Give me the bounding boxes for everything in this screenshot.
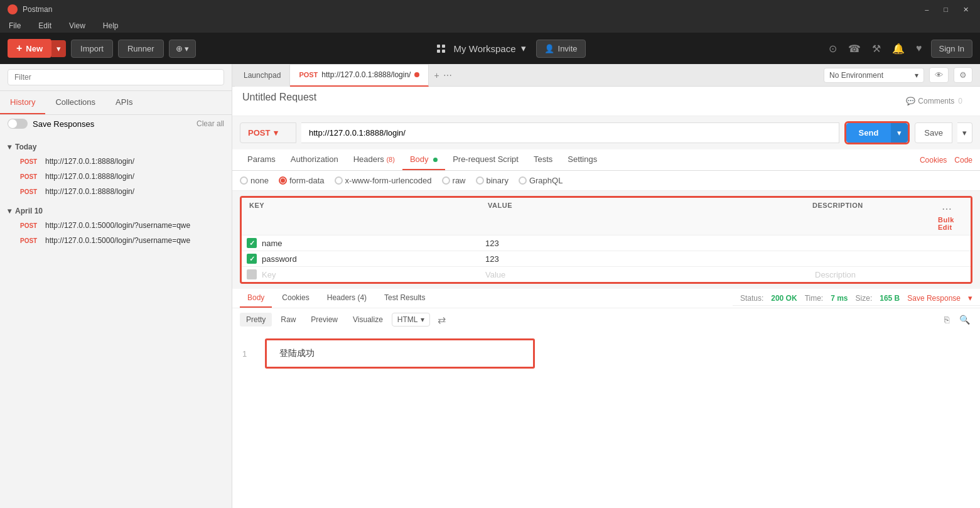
tab-collections[interactable]: Collections [45, 91, 105, 114]
titlebar-left: Postman [8, 4, 52, 14]
row2-key[interactable]: password [262, 254, 297, 264]
tab-launchpad[interactable]: Launchpad [235, 64, 290, 87]
environment-select[interactable]: No Environment ▾ [824, 68, 924, 83]
save-responses-toggle[interactable] [8, 119, 28, 129]
row1-checkbox[interactable]: ✓ [247, 238, 257, 248]
status-bar: Status: 200 OK Time: 7 ms Size: 165 B Sa… [733, 291, 980, 306]
invite-button[interactable]: 👤 Invite [536, 40, 586, 58]
menu-edit[interactable]: Edit [35, 20, 55, 31]
close-button[interactable]: ✕ [959, 4, 972, 15]
more-tabs-icon[interactable]: ⋯ [443, 70, 452, 80]
view-raw-button[interactable]: Raw [274, 313, 302, 327]
window-controls[interactable]: – □ ✕ [921, 4, 972, 15]
body-type-raw[interactable]: raw [442, 176, 466, 185]
row3-checkbox[interactable] [247, 269, 257, 279]
save-response-button[interactable]: Save Response [907, 294, 961, 303]
body-type-graphql[interactable]: GraphQL [519, 176, 563, 185]
history-group-title-april10[interactable]: ▾ April 10 [8, 204, 224, 218]
req-tab-params[interactable]: Params [240, 149, 283, 170]
row1-key[interactable]: name [262, 239, 283, 248]
copy-response-button[interactable]: ⎘ [942, 312, 952, 327]
list-item[interactable]: POST http://127.0.0.1:5000/login/?userna… [8, 218, 224, 233]
list-item[interactable]: POST http://127.0.0.1:5000/login/?userna… [8, 233, 224, 248]
send-button[interactable]: Send [846, 123, 891, 143]
bulk-edit-dots-button[interactable]: ⋯ [938, 202, 956, 216]
format-select[interactable]: HTML ▾ [392, 313, 430, 327]
new-button[interactable]: + New [8, 39, 51, 58]
save-response-dropdown-icon[interactable]: ▾ [968, 293, 972, 303]
tab-apis[interactable]: APIs [105, 91, 143, 114]
menu-help[interactable]: Help [99, 20, 122, 31]
body-type-formdata[interactable]: form-data [279, 176, 325, 185]
body-type-binary[interactable]: binary [476, 176, 509, 185]
req-tab-body[interactable]: Body [402, 149, 445, 170]
menu-view[interactable]: View [65, 20, 89, 31]
minimize-button[interactable]: – [921, 4, 932, 15]
send-dropdown-button[interactable]: ▾ [891, 123, 908, 143]
req-tab-headers[interactable]: Headers (8) [346, 149, 402, 170]
radio-urlencoded [335, 176, 343, 185]
list-item[interactable]: POST http://127.0.0.1:8888/login/ [8, 184, 224, 199]
menu-file[interactable]: File [5, 20, 24, 31]
resp-tab-cookies[interactable]: Cookies [274, 289, 316, 308]
heart-icon[interactable]: ♥ [913, 40, 925, 57]
add-tab-icon[interactable]: + [434, 70, 439, 80]
value-placeholder[interactable]: Value [485, 270, 815, 279]
req-tab-authorization[interactable]: Authorization [283, 149, 346, 170]
key-placeholder[interactable]: Key [262, 270, 276, 279]
body-type-urlencoded[interactable]: x-www-form-urlencoded [335, 176, 432, 185]
row1-value[interactable]: 123 [485, 239, 815, 248]
search-input[interactable] [8, 69, 224, 85]
new-dropdown-button[interactable]: ▾ [51, 40, 66, 57]
runner-button[interactable]: Runner [118, 40, 164, 58]
bell-icon[interactable]: 🔔 [890, 40, 907, 57]
signin-button[interactable]: Sign In [931, 40, 972, 58]
wrench-icon[interactable]: ⚒ [870, 40, 883, 57]
body-type-none[interactable]: none [240, 176, 269, 185]
view-preview-button[interactable]: Preview [304, 313, 344, 327]
resp-tab-body[interactable]: Body [240, 289, 272, 308]
settings-gear-button[interactable]: ⚙ [954, 67, 972, 83]
url-input[interactable] [301, 122, 839, 143]
cookies-link[interactable]: Cookies [920, 156, 947, 165]
req-tab-tests[interactable]: Tests [526, 149, 560, 170]
format-dropdown-icon: ▾ [421, 315, 424, 324]
row2-value[interactable]: 123 [485, 254, 815, 264]
plus-workspace-button[interactable]: ⊕ ▾ [169, 40, 197, 58]
tab-history[interactable]: History [0, 91, 45, 114]
req-tab-settings[interactable]: Settings [560, 149, 605, 170]
comments-icon: 💬 [906, 97, 915, 105]
row2-checkbox[interactable]: ✓ [247, 254, 257, 264]
eye-button[interactable]: 👁 [929, 67, 949, 83]
workspace-button[interactable]: My Workspace ▾ [437, 43, 526, 54]
resp-tab-testresults[interactable]: Test Results [377, 289, 433, 308]
view-pretty-button[interactable]: Pretty [240, 313, 272, 327]
comments-label: Comments [918, 97, 954, 105]
resp-tab-headers[interactable]: Headers (4) [320, 289, 374, 308]
save-dropdown-button[interactable]: ▾ [957, 122, 972, 143]
bulk-edit-link[interactable]: Bulk Edit [938, 216, 954, 231]
list-item[interactable]: POST http://127.0.0.1:8888/login/ [8, 154, 224, 169]
req-tab-prerequest[interactable]: Pre-request Script [445, 149, 526, 170]
restore-button[interactable]: □ [940, 4, 952, 15]
history-group-title-today[interactable]: ▾ Today [8, 140, 224, 154]
description-placeholder[interactable]: Description [815, 270, 940, 279]
save-button[interactable]: Save [915, 122, 952, 143]
list-item[interactable]: POST http://127.0.0.1:8888/login/ [8, 169, 224, 184]
search-response-button[interactable]: 🔍 [957, 312, 972, 327]
response-line: 1 登陆成功 [242, 338, 970, 369]
view-visualize-button[interactable]: Visualize [347, 313, 389, 327]
comments-button[interactable]: 💬 Comments 0 [906, 97, 962, 105]
param-key-cell: ✓ name [247, 238, 485, 248]
tab-request[interactable]: POST http://127.0.0.1:8888/login/ [290, 64, 429, 87]
method-select[interactable]: POST ▾ [240, 122, 296, 143]
code-link[interactable]: Code [954, 156, 972, 165]
import-button[interactable]: Import [71, 40, 113, 58]
word-wrap-icon[interactable]: ⇄ [438, 314, 446, 326]
table-header: KEY VALUE DESCRIPTION ⋯ Bulk Edit [242, 198, 971, 235]
body-binary-label: binary [487, 176, 509, 185]
history-url: http://127.0.0.1:5000/login/?username=qw… [45, 236, 190, 245]
satellite-icon[interactable]: ☎ [846, 40, 863, 57]
incognito-icon[interactable]: ⊙ [826, 40, 839, 57]
clear-all-button[interactable]: Clear all [197, 119, 224, 128]
